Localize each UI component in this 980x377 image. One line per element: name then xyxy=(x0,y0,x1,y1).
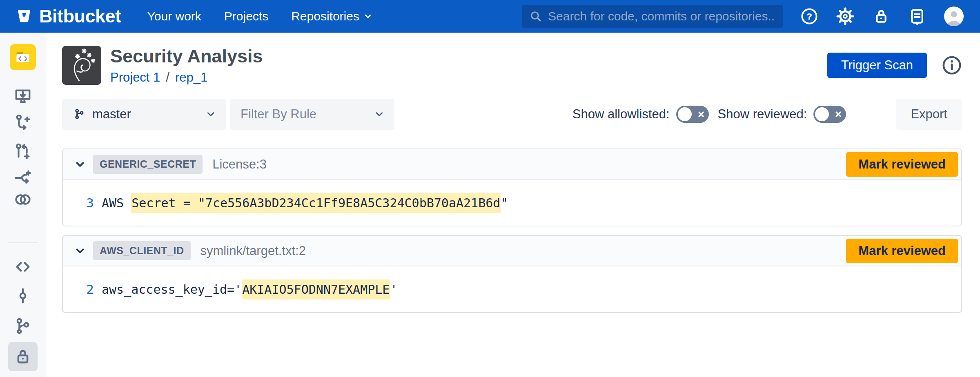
search-input[interactable] xyxy=(548,9,776,23)
breadcrumb-separator: / xyxy=(166,70,169,85)
secret-highlight: AKIAIO5FODNN7EXAMPLE xyxy=(242,279,390,299)
toggle-off-icon xyxy=(835,111,842,118)
title-block: Security Analysis Project 1 / rep_1 xyxy=(110,46,263,85)
compare-icon xyxy=(13,190,32,209)
collapse-finding-button[interactable] xyxy=(73,157,87,172)
sidebar-item-fork[interactable] xyxy=(10,168,36,188)
code-suffix: ' xyxy=(390,282,397,297)
global-search[interactable] xyxy=(522,5,783,28)
bitbucket-logo[interactable]: Bitbucket xyxy=(16,6,121,27)
sidebar-repository-avatar[interactable] xyxy=(10,44,36,70)
filter-row: master Filter By Rule Show allowlisted: … xyxy=(62,99,962,130)
info-button[interactable] xyxy=(942,55,962,75)
sidebar-item-commits[interactable] xyxy=(10,286,36,306)
mark-reviewed-button[interactable]: Mark reviewed xyxy=(846,152,958,177)
branch-icon xyxy=(73,108,86,121)
finding-header: AWS_CLIENT_ID symlink/target.txt:2 Mark … xyxy=(63,236,961,266)
show-allowlisted-toggle[interactable] xyxy=(676,106,709,123)
chevron-down-icon xyxy=(75,161,85,168)
toggle-knob xyxy=(678,107,692,121)
info-icon xyxy=(942,55,962,75)
code-line: AWS Secret = "7ce556A3bD234Cc1Ff9E8A5C32… xyxy=(102,196,508,210)
sidebar-item-clone[interactable] xyxy=(10,86,36,106)
finding-location: symlink/target.txt:2 xyxy=(200,244,306,258)
code-suffix: " xyxy=(501,196,508,210)
collapse-finding-button[interactable] xyxy=(73,244,87,258)
clone-icon xyxy=(13,87,32,106)
create-branch-icon xyxy=(13,113,32,132)
rule-badge: GENERIC_SECRET xyxy=(93,155,203,174)
rule-filter-selector[interactable]: Filter By Rule xyxy=(230,99,394,130)
main-content: Security Analysis Project 1 / rep_1 Trig… xyxy=(62,33,962,313)
navbar-actions: ? xyxy=(800,0,980,33)
help-button[interactable]: ? xyxy=(800,7,818,25)
sidebar-item-branches[interactable] xyxy=(10,316,36,336)
bitbucket-bucket-icon xyxy=(16,9,32,24)
chevron-down-icon xyxy=(364,13,372,19)
sidebar-item-create-branch[interactable] xyxy=(10,112,36,133)
chevron-down-icon xyxy=(75,247,85,255)
nav-your-work[interactable]: Your work xyxy=(147,9,201,23)
brand-name: Bitbucket xyxy=(39,6,121,27)
code-line: aws_access_key_id='AKIAIO5FODNN7EXAMPLE' xyxy=(102,282,397,297)
commits-icon xyxy=(13,286,32,305)
page-header: Security Analysis Project 1 / rep_1 Trig… xyxy=(62,46,962,85)
top-navbar: Bitbucket Your work Projects Repositorie… xyxy=(0,0,980,33)
finding-location: License:3 xyxy=(212,157,267,172)
code-prefix: AWS xyxy=(102,196,131,210)
branch-selected-value: master xyxy=(92,107,131,122)
chevron-down-icon xyxy=(375,111,384,118)
finding-code-row: 3 AWS Secret = "7ce556A3bD234Cc1Ff9E8A5C… xyxy=(63,180,961,226)
admin-lock-button[interactable] xyxy=(872,7,890,25)
chevron-down-icon xyxy=(206,111,215,118)
user-avatar-icon xyxy=(944,7,964,26)
fork-icon xyxy=(13,169,32,187)
create-pull-request-icon xyxy=(13,142,32,161)
breadcrumb-repo-link[interactable]: rep_1 xyxy=(175,70,207,85)
source-code-icon xyxy=(13,257,32,276)
show-reviewed-toggle[interactable] xyxy=(813,106,846,123)
repository-folder-icon xyxy=(15,49,31,65)
branch-selector[interactable]: master xyxy=(62,99,226,130)
header-actions: Trigger Scan xyxy=(827,53,962,78)
lock-icon xyxy=(872,7,890,25)
breadcrumb: Project 1 / rep_1 xyxy=(110,70,263,85)
finding-header: GENERIC_SECRET License:3 Mark reviewed xyxy=(63,149,961,180)
finding-card: GENERIC_SECRET License:3 Mark reviewed 3… xyxy=(62,149,962,226)
security-lock-icon xyxy=(13,347,32,366)
sidebar-item-compare[interactable] xyxy=(10,189,36,210)
breadcrumb-project-link[interactable]: Project 1 xyxy=(110,70,160,85)
feedback-icon xyxy=(908,7,926,25)
code-line-number: 2 xyxy=(63,282,94,297)
nav-repositories[interactable]: Repositories xyxy=(291,9,372,23)
sidebar-item-security[interactable] xyxy=(8,342,38,371)
gear-icon xyxy=(836,7,854,26)
finding-code-row: 2 aws_access_key_id='AKIAIO5FODNN7EXAMPL… xyxy=(63,266,961,312)
rule-filter-placeholder: Filter By Rule xyxy=(241,107,316,122)
toggle-off-icon xyxy=(697,111,705,118)
trigger-scan-button[interactable]: Trigger Scan xyxy=(827,53,927,78)
help-icon: ? xyxy=(800,7,818,25)
mark-reviewed-button[interactable]: Mark reviewed xyxy=(846,239,958,263)
toggle-group: Show allowlisted: Show reviewed: xyxy=(572,106,855,123)
toggle-knob xyxy=(815,107,829,121)
repository-sidebar xyxy=(0,33,46,377)
secret-highlight: Secret = "7ce556A3bD234Cc1Ff9E8A5C324C0b… xyxy=(131,193,501,213)
nav-projects[interactable]: Projects xyxy=(224,9,268,23)
show-allowlisted-label: Show allowlisted: xyxy=(572,107,670,122)
svg-text:?: ? xyxy=(806,11,812,22)
settings-button[interactable] xyxy=(836,7,854,25)
branches-icon xyxy=(13,317,32,335)
sidebar-divider xyxy=(8,242,38,243)
rule-badge: AWS_CLIENT_ID xyxy=(93,241,191,260)
code-prefix: aws_access_key_id=' xyxy=(102,282,242,297)
finding-card: AWS_CLIENT_ID symlink/target.txt:2 Mark … xyxy=(62,235,962,313)
repository-avatar-image xyxy=(62,46,101,85)
sidebar-item-source[interactable] xyxy=(10,257,36,277)
show-reviewed-label: Show reviewed: xyxy=(718,107,807,122)
code-line-number: 3 xyxy=(63,195,94,210)
sidebar-item-create-pull-request[interactable] xyxy=(10,141,36,162)
profile-avatar[interactable] xyxy=(944,7,964,26)
export-button[interactable]: Export xyxy=(896,99,962,130)
feedback-button[interactable] xyxy=(908,7,926,25)
